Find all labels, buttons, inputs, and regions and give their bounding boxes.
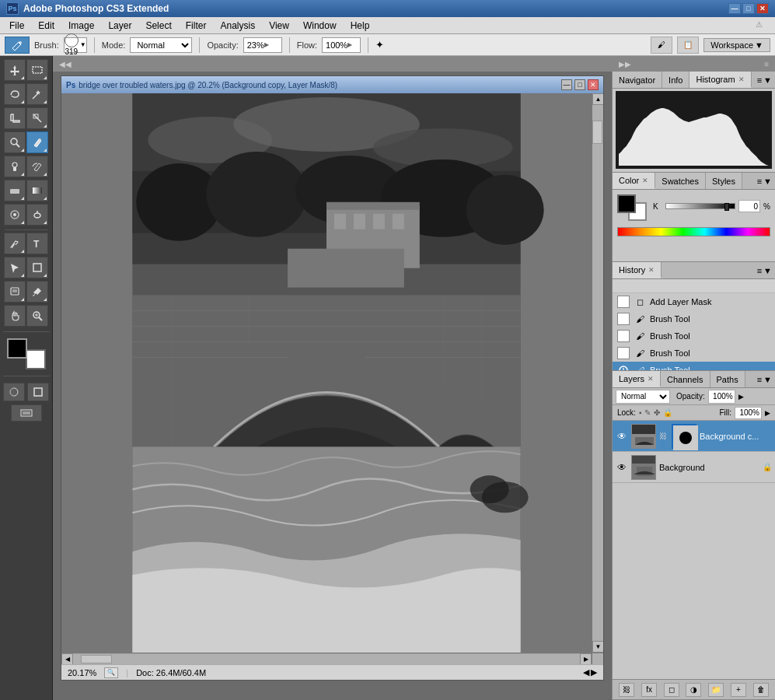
tab-histogram[interactable]: Histogram ✕	[689, 72, 751, 88]
history-item-4[interactable]: 🖌 Brush Tool	[613, 345, 775, 362]
menu-image[interactable]: Image	[62, 19, 100, 33]
panel-collapse-right[interactable]: ▶▶	[616, 60, 634, 68]
notes-tool[interactable]	[4, 281, 26, 303]
new-layer-btn[interactable]: +	[731, 683, 746, 697]
path-select-tool[interactable]	[4, 257, 26, 278]
layer-vis-background[interactable]: 👁	[616, 461, 628, 474]
airbrush-icon[interactable]: ✦	[375, 39, 384, 51]
pen-tool[interactable]	[4, 233, 26, 254]
background-color[interactable]	[26, 349, 46, 369]
mode-select[interactable]: Normal	[130, 37, 192, 53]
history-item-3[interactable]: 🖌 Brush Tool	[613, 327, 775, 345]
doc-minimize-btn[interactable]: —	[561, 79, 572, 90]
hand-tool[interactable]	[4, 305, 26, 327]
text-tool[interactable]: T	[26, 233, 48, 254]
lock-transparent-icon[interactable]: ▪	[639, 408, 642, 417]
opacity-value-input[interactable]	[708, 390, 735, 404]
screen-mode-btn[interactable]	[11, 404, 42, 422]
tab-info[interactable]: Info	[662, 72, 689, 88]
status-left-arrow[interactable]: ◀	[583, 667, 589, 677]
history-item-1[interactable]: ◻ Add Layer Mask	[613, 293, 775, 310]
scroll-left-btn[interactable]: ◀	[61, 653, 73, 665]
blend-mode-select[interactable]: Normal	[616, 390, 670, 404]
canvas-area[interactable]: OceanofFXG Ps	[61, 93, 592, 653]
k-value[interactable]	[738, 200, 760, 212]
menu-edit[interactable]: Edit	[32, 19, 61, 33]
history-item-5[interactable]: 🖌 Brush Tool	[613, 362, 775, 370]
doc-maximize-btn[interactable]: □	[574, 79, 585, 90]
scroll-down-btn[interactable]: ▼	[592, 641, 603, 653]
doc-scrollbar-horizontal[interactable]: ◀ ▶	[61, 653, 592, 664]
zoom-menu[interactable]: 🔍	[104, 667, 118, 678]
delete-layer-btn[interactable]: 🗑	[753, 683, 769, 697]
layer-style-btn[interactable]: fx	[641, 683, 657, 697]
magic-wand-tool[interactable]	[26, 83, 48, 105]
scroll-track-h[interactable]	[73, 654, 580, 664]
menu-file[interactable]: File	[3, 19, 30, 33]
clone-stamp-tool[interactable]	[4, 156, 26, 177]
tab-styles[interactable]: Styles	[706, 173, 742, 189]
history-close[interactable]: ✕	[648, 266, 655, 274]
lock-all-icon[interactable]: 🔒	[663, 408, 672, 417]
color-picker[interactable]	[7, 338, 46, 369]
lock-pixels-icon[interactable]: ✎	[644, 408, 651, 417]
layer-item-background[interactable]: 👁 Background 🔒	[613, 452, 775, 483]
link-layers-btn[interactable]: ⛓	[619, 683, 634, 697]
doc-scrollbar-vertical[interactable]: ▲ ▼	[592, 93, 603, 653]
color-close[interactable]: ✕	[642, 177, 648, 184]
k-thumb[interactable]	[724, 203, 729, 211]
status-right-arrow[interactable]: ▶	[591, 667, 597, 677]
k-slider[interactable]	[665, 203, 735, 209]
layer-mask-btn[interactable]: ◻	[664, 683, 679, 697]
eyedropper-tool[interactable]	[26, 281, 48, 303]
tool-preset-btn[interactable]: 🖌	[651, 37, 672, 54]
gradient-tool[interactable]	[26, 180, 48, 201]
tab-history[interactable]: History ✕	[613, 262, 662, 278]
tab-paths[interactable]: Paths	[710, 371, 745, 387]
lasso-tool[interactable]	[4, 83, 26, 105]
opacity-input[interactable]: 23% ▶	[243, 37, 282, 53]
scroll-right-btn[interactable]: ▶	[580, 653, 592, 665]
tab-swatches[interactable]: Swatches	[655, 173, 706, 189]
workspace-button[interactable]: Workspace ▼	[703, 38, 770, 52]
color-options[interactable]: ≡ ▼	[754, 173, 775, 189]
brush-tool-icon[interactable]	[5, 37, 30, 54]
history-options[interactable]: ≡ ▼	[754, 262, 775, 278]
tab-navigator[interactable]: Navigator	[613, 72, 662, 88]
healing-brush-tool[interactable]	[4, 131, 26, 153]
fg-bg-display[interactable]	[617, 194, 647, 221]
scroll-up-btn[interactable]: ▲	[592, 93, 603, 105]
fill-value-input[interactable]	[735, 407, 762, 419]
histogram-close[interactable]: ✕	[738, 75, 745, 83]
color-spectrum[interactable]	[617, 227, 770, 236]
maximize-button[interactable]: □	[742, 3, 755, 14]
menu-analysis[interactable]: Analysis	[214, 19, 261, 33]
history-brush-tool[interactable]	[26, 156, 48, 177]
group-layers-btn[interactable]: 📁	[708, 683, 724, 697]
opacity-arrow[interactable]: ▶	[738, 393, 744, 401]
histogram-options[interactable]: ≡ ▼	[754, 72, 775, 88]
flow-input[interactable]: 100% ▶	[322, 37, 361, 53]
dodge-tool[interactable]	[26, 204, 48, 226]
history-item-2[interactable]: 🖌 Brush Tool	[613, 310, 775, 327]
layer-chain-icon[interactable]: ⛓	[659, 432, 667, 440]
brush-tool[interactable]	[26, 131, 48, 153]
quick-mask-mode[interactable]	[3, 383, 25, 401]
marquee-tool[interactable]	[26, 59, 48, 81]
panel-options-right[interactable]: ≡	[761, 60, 772, 68]
brush-preview[interactable]: 319 ▼	[64, 37, 87, 53]
zoom-tool[interactable]	[26, 305, 48, 327]
slice-tool[interactable]	[26, 107, 48, 129]
layers-options[interactable]: ≡ ▼	[754, 371, 775, 387]
tab-color[interactable]: Color ✕	[613, 173, 655, 189]
layers-close[interactable]: ✕	[648, 375, 654, 383]
menu-help[interactable]: Help	[344, 19, 376, 33]
tab-channels[interactable]: Channels	[661, 371, 710, 387]
panel-collapse-left[interactable]: ◀◀	[56, 60, 75, 68]
close-button[interactable]: ✕	[756, 3, 769, 14]
brush-dropdown-arrow[interactable]: ▼	[80, 41, 86, 48]
scroll-thumb-v[interactable]	[592, 121, 602, 144]
foreground-swatch[interactable]	[617, 194, 636, 213]
fill-arrow[interactable]: ▶	[765, 409, 770, 417]
foreground-color[interactable]	[7, 338, 27, 359]
